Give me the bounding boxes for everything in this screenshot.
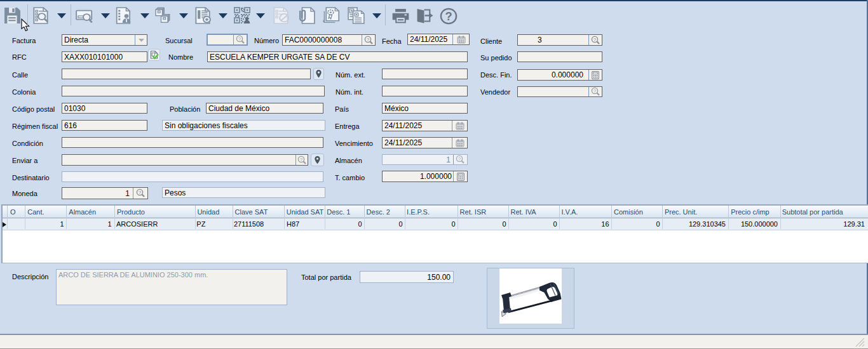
svg-text:?: ? — [366, 36, 369, 42]
svg-text:?: ? — [593, 36, 596, 42]
svg-text:?: ? — [458, 156, 461, 162]
svg-text:?: ? — [299, 156, 302, 162]
svg-text:?: ? — [238, 36, 241, 42]
svg-text:?: ? — [593, 88, 596, 94]
svg-text:?: ? — [445, 10, 452, 23]
svg-text:?: ? — [138, 190, 141, 195]
